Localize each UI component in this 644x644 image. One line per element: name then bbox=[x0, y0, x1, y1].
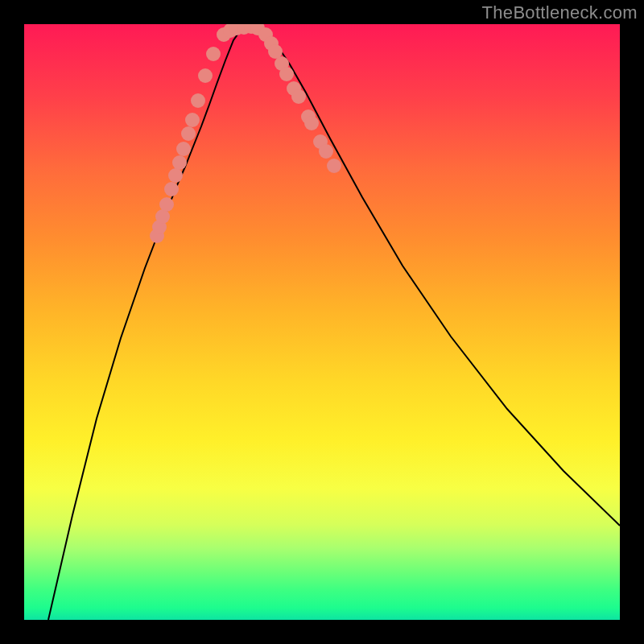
data-points bbox=[150, 24, 341, 243]
data-point bbox=[181, 126, 196, 141]
chart-svg bbox=[24, 24, 620, 620]
data-point bbox=[164, 182, 179, 196]
data-point bbox=[172, 155, 187, 170]
watermark-text: TheBottleneck.com bbox=[482, 2, 638, 23]
data-point bbox=[198, 68, 213, 83]
data-point bbox=[304, 116, 319, 130]
data-point bbox=[279, 67, 294, 81]
data-point bbox=[206, 47, 221, 61]
plot-area bbox=[24, 24, 620, 620]
data-point bbox=[159, 197, 174, 212]
data-point bbox=[168, 168, 183, 183]
data-point bbox=[327, 159, 341, 173]
data-point bbox=[185, 113, 200, 127]
data-point bbox=[191, 93, 205, 108]
data-point bbox=[319, 144, 333, 159]
data-point bbox=[291, 89, 306, 104]
bottleneck-curve bbox=[48, 26, 620, 620]
chart-frame: TheBottleneck.com bbox=[0, 0, 644, 644]
data-point bbox=[176, 142, 191, 156]
